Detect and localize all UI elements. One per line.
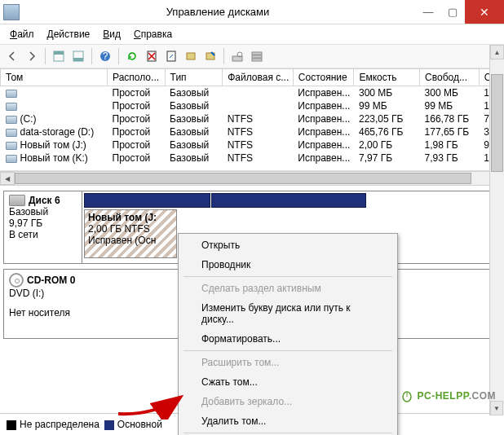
- legend-unallocated-label: Не распределена: [20, 419, 99, 430]
- legend-primary-swatch: [104, 420, 114, 430]
- context-menu: Открыть Проводник Сделать раздел активны…: [178, 233, 398, 435]
- table-row[interactable]: ПростойБазовыйИсправен...300 МБ300 МБ100: [1, 86, 504, 100]
- menu-shrink[interactable]: Сжать том...: [180, 372, 396, 392]
- svg-text:?: ?: [103, 51, 108, 62]
- volume-j-size: 2,00 ГБ NTFS: [88, 223, 173, 235]
- col-fs[interactable]: Файловая с...: [223, 69, 294, 86]
- minimize-button[interactable]: —: [416, 0, 440, 24]
- disk-6-label: Диск 6: [29, 195, 60, 206]
- help-button[interactable]: ?: [96, 47, 114, 65]
- table-row[interactable]: ПростойБазовыйИсправен...99 МБ99 МБ100: [1, 99, 504, 112]
- volume-j-box[interactable]: Новый том (J: 2,00 ГБ NTFS Исправен (Осн: [84, 209, 177, 258]
- menu-file[interactable]: Файл: [5, 27, 39, 42]
- cdrom-info: CD-ROM 0 DVD (I:) Нет носителя: [4, 270, 82, 338]
- scroll-down-button[interactable]: ▼: [490, 401, 503, 415]
- svg-rect-8: [187, 53, 195, 59]
- disk-6-status: В сети: [9, 229, 77, 240]
- menu-bar: Файл Действие Вид Справка: [0, 24, 504, 45]
- svg-rect-13: [252, 55, 262, 58]
- forward-button[interactable]: [23, 47, 41, 65]
- window-title: Управление дисками: [20, 6, 416, 18]
- svg-rect-14: [252, 59, 262, 61]
- menu-explorer[interactable]: Проводник: [180, 255, 396, 275]
- toolbar: ?: [0, 45, 504, 68]
- legend-primary-label: Основной: [117, 419, 162, 430]
- table-row[interactable]: data-storage (D:)ПростойБазовыйNTFSИспра…: [1, 125, 504, 138]
- col-status[interactable]: Состояние: [293, 69, 354, 86]
- col-layout[interactable]: Располо...: [108, 69, 166, 86]
- menu-add-mirror: Добавить зеркало...: [180, 392, 396, 411]
- disk-list-button[interactable]: [248, 47, 266, 65]
- mouse-icon: [400, 389, 413, 402]
- app-icon: [3, 4, 20, 20]
- table-row[interactable]: Новый том (K:)ПростойБазовыйNTFSИсправен…: [1, 152, 504, 165]
- scroll-up-button[interactable]: ▲: [490, 45, 504, 59]
- table-row[interactable]: (C:)ПростойБазовыйNTFSИсправен...223,05 …: [1, 112, 504, 125]
- watermark: PC-HELPP.COM: [400, 389, 496, 402]
- view-bottom-button[interactable]: [69, 47, 87, 65]
- close-button[interactable]: ✕: [465, 0, 504, 24]
- cd-icon: [9, 273, 24, 288]
- col-capacity[interactable]: Емкость: [354, 69, 420, 86]
- volume-bar-k[interactable]: [211, 193, 366, 208]
- svg-rect-12: [252, 52, 262, 55]
- col-type[interactable]: Тип: [165, 69, 223, 86]
- table-row[interactable]: Новый том (J:)ПростойБазовыйNTFSИсправен…: [1, 138, 504, 152]
- volume-icon: [6, 155, 17, 163]
- volume-j-status: Исправен (Осн: [88, 235, 173, 246]
- menu-change-letter[interactable]: Изменить букву диска или путь к диску...: [180, 298, 396, 329]
- menu-action[interactable]: Действие: [42, 27, 95, 42]
- col-free[interactable]: Свобод...: [420, 69, 480, 86]
- rescan-button[interactable]: [182, 47, 200, 65]
- legend-unallocated-swatch: [7, 420, 16, 430]
- vscroll-thumb[interactable]: [491, 74, 503, 172]
- view-top-button[interactable]: [50, 47, 68, 65]
- menu-help[interactable]: Справка: [129, 27, 177, 42]
- delete-button[interactable]: [143, 47, 161, 65]
- cdrom-drive: DVD (I:): [9, 288, 77, 299]
- settings-button[interactable]: [162, 47, 180, 65]
- volume-icon: [6, 116, 17, 124]
- wizard-button[interactable]: [201, 47, 219, 65]
- scroll-thumb[interactable]: [15, 173, 471, 184]
- volume-icon: [6, 129, 17, 137]
- svg-rect-1: [54, 51, 64, 55]
- menu-extend: Расширить том...: [180, 353, 396, 372]
- menu-open[interactable]: Открыть: [180, 235, 396, 255]
- menu-delete-volume[interactable]: Удалить том...: [180, 411, 396, 431]
- svg-rect-3: [73, 58, 83, 61]
- title-bar: Управление дисками — ▢ ✕: [0, 0, 504, 24]
- maximize-button[interactable]: ▢: [440, 0, 465, 24]
- disk-6-type: Базовый: [9, 206, 77, 218]
- refresh-button[interactable]: [123, 47, 141, 65]
- volume-icon: [6, 103, 17, 111]
- volume-icon: [6, 142, 17, 150]
- menu-view[interactable]: Вид: [98, 27, 126, 42]
- vertical-scrollbar[interactable]: ▲ ▼: [489, 45, 504, 415]
- properties-button[interactable]: [228, 47, 246, 65]
- cdrom-status: Нет носителя: [9, 307, 77, 319]
- volume-j-name: Новый том (J:: [88, 212, 173, 223]
- menu-format[interactable]: Форматировать...: [180, 329, 396, 349]
- disk-icon: [9, 195, 25, 206]
- volume-list: Том Располо... Тип Файловая с... Состоян…: [0, 68, 504, 171]
- column-header-row: Том Располо... Тип Файловая с... Состоян…: [1, 69, 504, 86]
- disk-6-size: 9,97 ГБ: [9, 218, 77, 229]
- disk-6-info: Диск 6 Базовый 9,97 ГБ В сети: [4, 191, 82, 263]
- menu-make-active: Сделать раздел активным: [180, 279, 396, 298]
- back-button[interactable]: [3, 47, 21, 65]
- col-volume[interactable]: Том: [1, 69, 108, 86]
- scroll-left-button[interactable]: ◀: [0, 172, 15, 185]
- annotation-arrow-icon: [114, 387, 188, 420]
- volume-bar-j[interactable]: [84, 193, 210, 208]
- volume-icon: [6, 90, 17, 98]
- cdrom-label: CD-ROM 0: [27, 275, 75, 286]
- horizontal-scrollbar[interactable]: ◀ ▶: [0, 171, 504, 186]
